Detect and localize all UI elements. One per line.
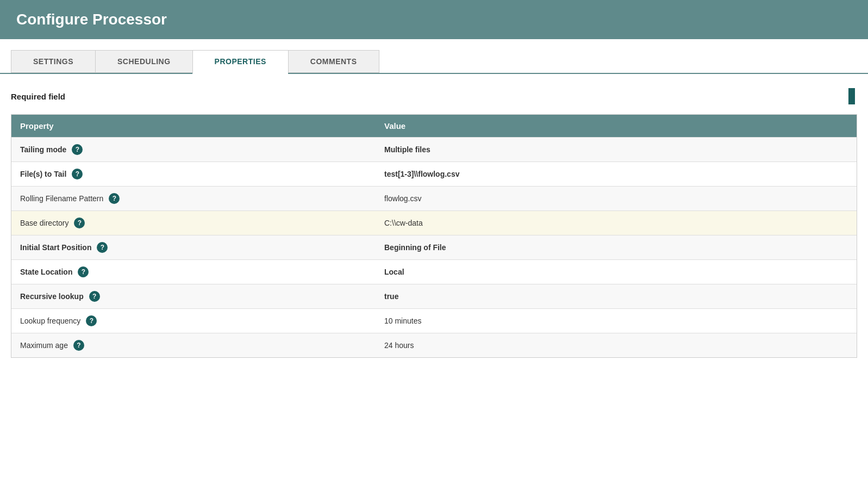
properties-table: Property Value Tailing mode ? Multiple f… (11, 114, 857, 358)
table-row: State Location ? Local (11, 259, 857, 284)
column-value: Value (376, 115, 824, 137)
tabs-container: SETTINGS SCHEDULING PROPERTIES COMMENTS (0, 39, 868, 74)
property-name: Lookup frequency (20, 317, 80, 325)
property-name: Maximum age (20, 341, 68, 350)
value-cell[interactable]: 24 hours (376, 334, 824, 356)
column-property: Property (11, 115, 376, 137)
tab-comments[interactable]: COMMENTS (288, 50, 379, 73)
required-field-row: Required field (11, 85, 857, 108)
property-cell: Tailing mode ? (11, 138, 376, 162)
property-cell: File(s) to Tail ? (11, 162, 376, 186)
value-cell[interactable]: Beginning of File (376, 237, 824, 258)
tab-properties[interactable]: PROPERTIES (192, 50, 288, 74)
action-cell (824, 194, 857, 203)
value-cell[interactable]: Multiple files (376, 139, 824, 160)
content-area: Required field Property Value Tailing mo… (0, 74, 868, 369)
table-row: Maximum age ? 24 hours (11, 333, 857, 357)
action-cell (824, 170, 857, 178)
property-name: Tailing mode (20, 145, 66, 154)
action-cell (824, 341, 857, 350)
property-cell: Rolling Filename Pattern ? (11, 187, 376, 210)
property-cell: Maximum age ? (11, 333, 376, 357)
required-indicator (848, 88, 855, 104)
required-field-label: Required field (11, 92, 65, 101)
value-cell[interactable]: test[1-3]\\flowlog.csv (376, 163, 824, 185)
tab-scheduling[interactable]: SCHEDULING (95, 50, 192, 73)
action-cell (824, 243, 857, 252)
help-icon[interactable]: ? (109, 193, 120, 204)
property-name: Rolling Filename Pattern (20, 194, 103, 203)
help-icon[interactable]: ? (74, 218, 85, 228)
table-row: Initial Start Position ? Beginning of Fi… (11, 235, 857, 259)
action-cell (824, 317, 857, 325)
help-icon[interactable]: ? (89, 291, 100, 302)
page-header: Configure Processor (0, 0, 868, 39)
table-row: Lookup frequency ? 10 minutes (11, 308, 857, 333)
property-name: State Location (20, 268, 72, 276)
property-cell: Base directory ? (11, 211, 376, 235)
property-cell: State Location ? (11, 260, 376, 284)
help-icon[interactable]: ? (73, 340, 84, 351)
table-row: Base directory ? C:\\cw-data (11, 210, 857, 235)
action-cell (824, 219, 857, 227)
property-name: Initial Start Position (20, 243, 91, 252)
table-row: Tailing mode ? Multiple files (11, 137, 857, 162)
property-name: Recursive lookup (20, 292, 84, 301)
table-row: Recursive lookup ? true (11, 284, 857, 308)
help-icon[interactable]: ? (78, 266, 89, 277)
action-cell (824, 145, 857, 154)
column-actions (824, 115, 857, 137)
help-icon[interactable]: ? (72, 144, 83, 155)
action-cell (824, 292, 857, 301)
help-icon[interactable]: ? (72, 169, 83, 179)
page-title: Configure Processor (16, 11, 167, 28)
table-header: Property Value (11, 115, 857, 137)
value-cell[interactable]: true (376, 286, 824, 307)
property-cell: Lookup frequency ? (11, 309, 376, 333)
value-cell[interactable]: Local (376, 261, 824, 283)
value-cell[interactable]: 10 minutes (376, 310, 824, 332)
property-name: File(s) to Tail (20, 170, 66, 178)
table-row: File(s) to Tail ? test[1-3]\\flowlog.csv (11, 162, 857, 186)
table-row: Rolling Filename Pattern ? flowlog.csv (11, 186, 857, 210)
action-cell (824, 268, 857, 276)
property-name: Base directory (20, 219, 68, 227)
property-cell: Initial Start Position ? (11, 235, 376, 259)
tab-settings[interactable]: SETTINGS (11, 50, 95, 73)
value-cell[interactable]: flowlog.csv (376, 188, 824, 209)
value-cell[interactable]: C:\\cw-data (376, 212, 824, 234)
property-cell: Recursive lookup ? (11, 284, 376, 308)
help-icon[interactable]: ? (97, 242, 108, 253)
help-icon[interactable]: ? (86, 315, 97, 326)
